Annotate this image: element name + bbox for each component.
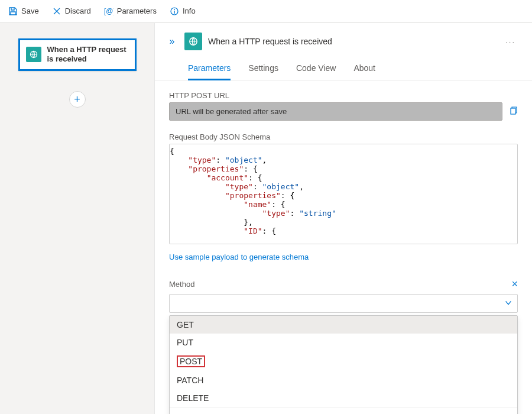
method-option-custom[interactable]: Enter custom value [170,407,517,414]
copy-icon [508,106,518,115]
schema-label: Request Body JSON Schema [169,132,518,141]
http-trigger-icon [184,33,202,50]
save-label: Save [21,7,39,15]
add-step-button[interactable]: + [69,91,86,108]
discard-label: Discard [65,7,91,15]
http-url-label: HTTP POST URL [169,91,518,100]
tab-code-view[interactable]: Code View [296,63,336,80]
designer-canvas: When a HTTP request is received + [0,23,155,414]
save-icon [8,7,18,16]
plus-icon: + [74,94,80,105]
tab-settings[interactable]: Settings [248,63,278,80]
close-icon: × [511,278,518,290]
method-option-delete[interactable]: DELETE [170,389,517,407]
method-option-put[interactable]: PUT [170,334,517,351]
tab-about[interactable]: About [353,63,375,80]
info-icon [170,7,179,16]
method-option-post[interactable]: POST [170,351,517,371]
chevron-right-double-icon: » [170,36,175,47]
svg-rect-3 [174,11,174,14]
trigger-card-title: When a HTTP request is received [47,45,129,64]
copy-url-button[interactable] [508,106,518,117]
method-label: Method [169,280,194,289]
chevron-down-icon [504,299,512,309]
generate-schema-link[interactable]: Use sample payload to generate schema [169,253,309,261]
collapse-panel-button[interactable]: » [166,35,179,48]
trigger-card[interactable]: When a HTTP request is received [18,38,137,71]
method-option-get[interactable]: GET [170,316,517,334]
info-label: Info [183,7,196,15]
svg-text:[@]: [@] [104,7,113,15]
method-select[interactable] [169,294,518,313]
http-url-field: URL will be generated after save [169,102,502,121]
ellipsis-icon: ··· [505,37,515,46]
discard-button[interactable]: Discard [52,7,91,16]
parameters-icon: [@] [104,7,113,16]
method-dropdown: GET PUT POST PATCH DELETE Enter custom v… [169,315,518,414]
parameters-label: Parameters [117,7,157,15]
http-trigger-icon [26,47,41,62]
discard-icon [52,7,61,16]
parameters-button[interactable]: [@] Parameters [104,7,157,16]
svg-rect-6 [511,108,515,114]
save-button[interactable]: Save [8,7,39,16]
panel-more-button[interactable]: ··· [505,37,519,46]
method-option-patch[interactable]: PATCH [170,371,517,389]
tab-parameters[interactable]: Parameters [188,63,231,80]
info-button[interactable]: Info [170,7,196,16]
schema-textarea[interactable]: { "type": "object", "properties": { "acc… [169,144,518,244]
panel-title: When a HTTP request is received [208,37,332,46]
method-remove-button[interactable]: × [511,278,518,290]
svg-point-2 [174,9,175,10]
